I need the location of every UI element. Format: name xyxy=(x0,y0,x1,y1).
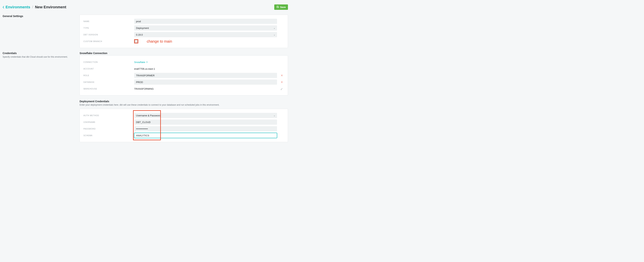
label-role: ROLE xyxy=(84,75,132,77)
label-warehouse: WAREHOUSE xyxy=(84,88,132,90)
label-password: PASSWORD xyxy=(84,128,132,130)
snowflake-connection-panel: CONNECTION Snowflake ACCOUNT era87706.us… xyxy=(80,55,288,95)
label-username: USERNAME xyxy=(84,121,132,123)
label-name: NAME xyxy=(84,20,132,23)
type-select-value: Deployment xyxy=(136,27,149,30)
chevron-down-icon: ⌄ xyxy=(274,114,275,117)
label-connection: CONNECTION xyxy=(84,61,132,63)
label-type: TYPE xyxy=(84,27,132,29)
save-button-label: Save xyxy=(280,6,286,9)
edit-warehouse-button[interactable] xyxy=(280,87,284,90)
custom-branch-checkbox[interactable] xyxy=(135,40,138,43)
database-input[interactable] xyxy=(134,80,277,85)
breadcrumb-separator: / xyxy=(30,5,35,9)
connection-link[interactable]: Snowflake xyxy=(134,61,148,64)
auth-method-select[interactable]: Username & Password ⌄ xyxy=(134,113,277,118)
dbt-version-select[interactable]: 0.19.0 ⌄ xyxy=(134,32,277,37)
label-custom-branch: CUSTOM BRANCH xyxy=(84,40,132,43)
clear-role-button[interactable] xyxy=(280,74,284,77)
subheading-deployment-credentials: Deployment Credentials xyxy=(80,100,288,103)
general-settings-panel: NAME TYPE Deployment ⌄ DBT VERSION 0.19. xyxy=(80,15,288,48)
label-auth-method: AUTH METHOD xyxy=(84,115,132,117)
role-input[interactable] xyxy=(134,73,277,78)
back-icon[interactable] xyxy=(2,6,4,9)
username-input[interactable] xyxy=(134,120,277,125)
chevron-down-icon: ⌄ xyxy=(274,34,275,36)
section-heading-credentials: Credentials xyxy=(2,52,75,55)
password-input[interactable] xyxy=(134,126,277,131)
name-input[interactable] xyxy=(134,19,277,24)
close-icon xyxy=(280,74,283,77)
pencil-icon xyxy=(280,87,283,90)
account-value: era87706.us-east-1 xyxy=(134,68,277,70)
clear-database-button[interactable] xyxy=(280,81,284,83)
chevron-down-icon: ⌄ xyxy=(274,27,275,29)
warehouse-value: TRANSFORMING xyxy=(134,87,277,90)
close-icon xyxy=(280,81,283,83)
save-button[interactable]: Save xyxy=(274,5,288,10)
chevron-right-icon xyxy=(146,61,148,63)
label-schema: SCHEMA xyxy=(84,135,132,137)
section-desc-credentials: Specify credentials that dbt Cloud shoul… xyxy=(2,55,75,59)
save-icon xyxy=(276,6,279,9)
subheading-snowflake-connection: Snowflake Connection xyxy=(80,52,288,55)
label-dbt-version: DBT VERSION xyxy=(84,34,132,36)
type-select[interactable]: Deployment ⌄ xyxy=(134,25,277,31)
page-title: New Environment xyxy=(35,5,66,9)
subdesc-deployment-credentials: Enter your deployment credentials here. … xyxy=(80,104,288,106)
connection-link-text: Snowflake xyxy=(134,61,145,64)
dbt-version-select-value: 0.19.0 xyxy=(136,33,143,36)
section-heading-general: General Settings xyxy=(2,15,75,18)
label-database: DATABASE xyxy=(84,81,132,83)
breadcrumb-parent-link[interactable]: Environments xyxy=(6,5,30,9)
breadcrumb: Environments / New Environment xyxy=(2,5,66,9)
deployment-credentials-panel: AUTH METHOD Username & Password ⌄ USERNA… xyxy=(80,109,288,142)
label-account: ACCOUNT xyxy=(84,68,132,70)
schema-input[interactable] xyxy=(134,133,277,138)
auth-method-select-value: Username & Password xyxy=(136,114,161,117)
